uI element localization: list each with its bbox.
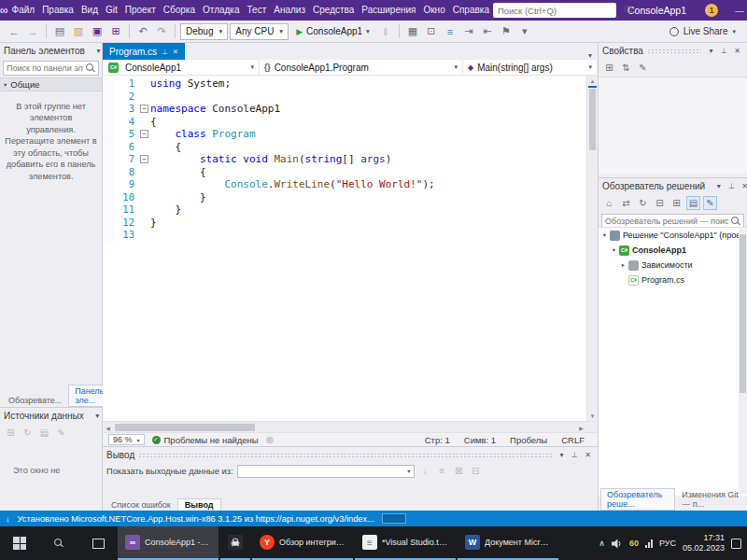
undo-icon[interactable]: ↶	[134, 23, 151, 40]
progress-indicator[interactable]	[382, 513, 406, 524]
output-source-select[interactable]: ▾	[237, 465, 415, 478]
window-position-icon[interactable]: ▾	[556, 449, 568, 461]
property-pages-icon[interactable]: ✎	[636, 61, 650, 75]
scroll-left-icon[interactable]: ◀	[103, 422, 113, 433]
taskbar-window-button[interactable]: ☠	[220, 526, 250, 560]
indent-icon[interactable]: ⇥	[460, 23, 477, 40]
menu-item[interactable]: Окно	[419, 0, 448, 21]
menu-item[interactable]: Файл	[8, 0, 39, 21]
back-home-icon[interactable]: ⌂	[602, 196, 616, 210]
volume-icon[interactable]	[612, 539, 623, 549]
code-line[interactable]: 4{	[103, 116, 586, 129]
scrollbar-thumb[interactable]	[589, 89, 596, 150]
network-icon[interactable]	[645, 539, 653, 548]
menu-item[interactable]: Правка	[38, 0, 78, 21]
panel-tab[interactable]: Обозревате...	[2, 394, 68, 407]
tree-item[interactable]: ▾C#ConsoleApp1	[599, 243, 747, 258]
find-in-files-icon[interactable]: ⊡	[423, 23, 440, 40]
line-ending-indicator[interactable]: CRLF	[561, 435, 585, 445]
battery-indicator[interactable]: 60	[629, 539, 639, 548]
outdent-icon[interactable]: ⇤	[479, 23, 496, 40]
word-wrap-icon[interactable]: ≡	[435, 464, 449, 478]
code-line[interactable]: 2	[103, 91, 586, 104]
add-data-source-icon[interactable]: ⊞	[4, 426, 18, 440]
toolbox-header[interactable]: Панель элементов ▾⊥✕	[0, 43, 102, 59]
document-health-indicator[interactable]: ✓ Проблемы не найдены	[152, 435, 259, 445]
auto-hide-pin-icon[interactable]: ⊥	[569, 449, 581, 461]
bookmark-icon[interactable]: ⚑	[498, 23, 514, 40]
auto-hide-pin-icon[interactable]: ⊥	[726, 180, 738, 192]
fold-toggle-icon[interactable]: −	[140, 105, 148, 113]
build-icon[interactable]: ▦	[404, 23, 421, 40]
redo-icon[interactable]: ↷	[153, 23, 170, 40]
solution-configurations-select[interactable]: Debug▾	[180, 23, 228, 40]
output-header[interactable]: Вывод ▾⊥✕	[103, 447, 598, 463]
code-line[interactable]: 13	[103, 229, 586, 242]
quick-search-box[interactable]	[493, 3, 616, 18]
scroll-up-icon[interactable]: ▲	[587, 76, 598, 86]
nest-icon[interactable]: ⊟	[653, 196, 667, 210]
close-tab-icon[interactable]: ✕	[173, 48, 178, 56]
tree-item[interactable]: C#Program.cs	[599, 273, 747, 287]
code-editor[interactable]: 1using System;23−namespace ConsoleApp14{…	[103, 76, 598, 421]
pause-icon[interactable]: ‖	[377, 23, 394, 40]
window-position-icon[interactable]: ▾	[92, 410, 104, 422]
collapsed-arrow-icon[interactable]: ▸	[619, 261, 627, 269]
fold-toggle-icon[interactable]: −	[140, 155, 148, 163]
clock[interactable]: 17:31 05.02.2023	[683, 533, 725, 554]
pin-icon[interactable]: ⊥	[162, 48, 168, 56]
new-file-icon[interactable]: ▤	[51, 23, 68, 40]
code-line[interactable]: 8 {	[103, 166, 586, 179]
code-line[interactable]: 10 }	[103, 191, 586, 204]
toolbox-group-header[interactable]: ▾ Общие	[0, 77, 102, 91]
save-icon[interactable]: ▣	[89, 23, 106, 40]
toolbox-search-box[interactable]	[3, 61, 99, 76]
panel-tab[interactable]: Вывод	[177, 498, 221, 511]
tree-item[interactable]: ▸Зависимости	[599, 258, 747, 273]
taskbar-window-button[interactable]: YОбзор интегрирован...	[252, 526, 353, 560]
window-position-icon[interactable]: ▾	[705, 45, 717, 57]
code-line[interactable]: 9 Console.WriteLine("Hello World!");	[103, 178, 586, 191]
window-position-icon[interactable]: ▾	[712, 180, 725, 192]
taskbar-window-button[interactable]: WДокумент Microso...	[458, 526, 558, 560]
solution-search-input[interactable]	[605, 217, 728, 226]
menu-item[interactable]: Анализ	[270, 0, 309, 21]
panel-tab[interactable]: Список ошибок	[105, 499, 177, 511]
switch-views-icon[interactable]: ⇄	[619, 196, 633, 210]
collapse-all-icon[interactable]: ⊞	[669, 196, 684, 210]
scrollbar-thumb[interactable]	[740, 234, 746, 393]
expanded-arrow-icon[interactable]: ▾	[610, 246, 618, 254]
action-center-icon[interactable]	[731, 539, 741, 549]
project-dropdown[interactable]: C# ConsoleApp1 ▾	[103, 60, 260, 75]
expanded-arrow-icon[interactable]: ▾	[600, 231, 609, 239]
show-all-files-icon[interactable]: ▤	[686, 196, 700, 210]
scroll-down-icon[interactable]: ▼	[587, 411, 598, 421]
panel-tab[interactable]: Изменения Git — п...	[675, 488, 747, 511]
panel-tab[interactable]: Обозреватель реше...	[600, 488, 675, 511]
live-share-button[interactable]: Live Share ▾	[669, 26, 747, 36]
data-sources-header[interactable]: Источники данных ▾⊥✕	[0, 408, 102, 424]
menu-item[interactable]: Сборка	[160, 0, 199, 21]
task-view-button[interactable]	[78, 526, 118, 560]
auto-hide-pin-icon[interactable]: ⊥	[718, 45, 730, 57]
code-line[interactable]: 7− static void Main(string[] args)	[103, 153, 586, 166]
tray-expand-icon[interactable]: ∧	[599, 539, 605, 548]
code-line[interactable]: 5− class Program	[103, 128, 586, 141]
taskbar-window-button[interactable]: ∞ConsoleApp1 - Mic...	[118, 526, 218, 560]
code-line[interactable]: 3−namespace ConsoleApp1	[103, 103, 586, 116]
taskbar-search-button[interactable]	[39, 526, 78, 560]
tree-item[interactable]: ▾Решение "ConsoleApp1" (проекты: 1 из 1)	[599, 228, 747, 243]
edit-icon[interactable]: ✎	[54, 426, 68, 440]
menu-item[interactable]: Git	[102, 0, 121, 21]
jump-to-output-icon[interactable]: ↓	[418, 464, 432, 478]
member-dropdown[interactable]: ◆ Main(string[] args) ▾	[463, 60, 598, 75]
code-line[interactable]: 1using System;	[103, 77, 586, 91]
code-line[interactable]: 6 {	[103, 141, 586, 154]
start-button[interactable]	[0, 526, 39, 560]
type-dropdown[interactable]: {} ConsoleApp1.Program ▾	[260, 60, 463, 75]
vertical-scrollbar[interactable]	[739, 229, 747, 494]
language-indicator[interactable]: РУС	[659, 539, 676, 548]
properties-header[interactable]: Свойства ▾⊥✕	[599, 43, 747, 59]
toolbox-search-input[interactable]	[7, 63, 83, 73]
code-line[interactable]: 12}	[103, 217, 586, 230]
